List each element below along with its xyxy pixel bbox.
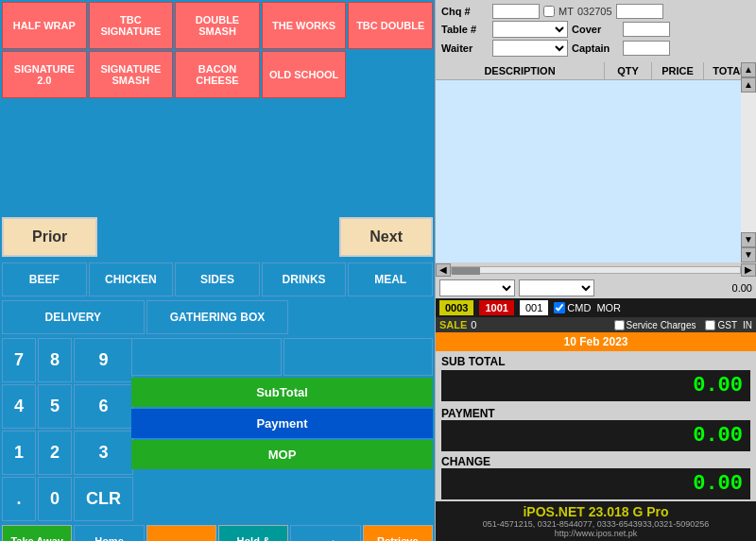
home-delivery-button[interactable]: Home Delivery	[74, 525, 144, 541]
subtotal-label: SUB TOTAL	[441, 355, 750, 368]
mop-button[interactable]: MOP	[131, 440, 433, 469]
num-2[interactable]: 2	[38, 431, 72, 475]
hscroll-left[interactable]: ◀	[436, 263, 451, 277]
num-8[interactable]: 8	[38, 338, 72, 382]
prior-button[interactable]: Prior	[2, 217, 97, 257]
num-1[interactable]: 1	[2, 431, 36, 475]
num-3[interactable]: 3	[74, 431, 133, 475]
footer: iPOS.NET 23.018 G Pro 051-4571215, 0321-…	[436, 501, 756, 541]
scroll-val: 0.00	[732, 282, 752, 294]
payment-button[interactable]: Payment	[131, 409, 433, 438]
order-table-header: DESCRIPTION QTY PRICE TOTAL	[436, 62, 756, 80]
mt-label: MT	[558, 6, 574, 17]
cat-sides[interactable]: SIDES	[175, 262, 260, 296]
service-checkbox[interactable]	[614, 320, 625, 330]
arrow-left-button[interactable]: ◀	[290, 525, 360, 541]
waiter-label: Waiter	[441, 42, 489, 54]
menu-btn-half-wrap[interactable]: HALF WRAP	[2, 2, 87, 49]
menu-btn-signature-smash[interactable]: SIGNATURE SMASH	[89, 51, 174, 98]
gst-label: GST	[717, 320, 737, 330]
date-display: 10 Feb 2023	[436, 332, 756, 351]
captain-label: Captain	[572, 42, 619, 54]
scroll-up[interactable]: ▲	[741, 62, 756, 77]
num-5[interactable]: 5	[38, 384, 72, 429]
mt-checkbox[interactable]	[543, 6, 555, 17]
col-qty: QTY	[605, 62, 652, 79]
scroll-down[interactable]: ▼	[741, 247, 756, 262]
mor-check: MOR	[596, 302, 621, 313]
payment-box: PAYMENT 0.00	[436, 405, 756, 453]
num-dot[interactable]: .	[2, 477, 36, 521]
menu-btn-double-smash[interactable]: DOUBLE SMASH	[175, 2, 260, 49]
code2: 1001	[479, 300, 513, 315]
menu-grid: HALF WRAP TBC SIGNATURE DOUBLE SMASH THE…	[0, 0, 435, 100]
col-desc: DESCRIPTION	[436, 62, 605, 79]
num-4[interactable]: 4	[2, 384, 36, 429]
cover-input[interactable]	[623, 22, 670, 37]
takeway-button[interactable]: Take Away (W)	[2, 525, 72, 541]
chq-input[interactable]	[492, 4, 540, 19]
cat-drinks[interactable]: DRINKS	[262, 262, 347, 296]
menu-btn-tbc-signature[interactable]: TBC SIGNATURE	[89, 2, 174, 49]
num-6[interactable]: 6	[74, 384, 133, 429]
extra-delivery[interactable]: DELIVERY	[2, 300, 145, 334]
nav-row: Prior Next	[0, 213, 435, 261]
captain-input[interactable]	[623, 41, 670, 56]
menu-btn-signature-2[interactable]: SIGNATURE 2.0	[2, 51, 87, 98]
sale-label: SALE	[439, 319, 467, 330]
next-button[interactable]: Next	[339, 217, 433, 257]
status-bar: 0003 1001 001 CMD MOR	[436, 298, 756, 317]
controls-row: 0.00	[436, 278, 756, 298]
num-clr[interactable]: CLR	[74, 477, 133, 521]
extra-input[interactable]	[616, 4, 663, 19]
col-price: PRICE	[652, 62, 704, 79]
menu-btn-tbc-double[interactable]: TBC DOUBLE	[348, 2, 433, 49]
retrieve-lost-bill-button[interactable]: Retrieve Lost Bill (L)	[363, 525, 433, 541]
extra-gathering[interactable]: GATHERING BOX	[146, 300, 289, 334]
waiter-select[interactable]	[492, 40, 568, 57]
extra-empty	[290, 300, 433, 334]
table-label: Table #	[441, 24, 489, 35]
sale-row: SALE 0 Service Charges GST IN	[436, 317, 756, 332]
change-value: 0.00	[441, 468, 750, 499]
menu-btn-bacon-cheese[interactable]: BACON CHEESE	[175, 51, 260, 98]
chq-num: 032705	[577, 6, 612, 17]
cat-beef[interactable]: BEEF	[2, 262, 87, 296]
num-0[interactable]: 0	[38, 477, 72, 521]
cat-meal[interactable]: MEAL	[348, 262, 433, 296]
num-9[interactable]: 9	[74, 338, 133, 382]
category-row: BEEF CHICKEN SIDES DRINKS MEAL	[0, 261, 435, 298]
hold-retrieve-button[interactable]: Hold & Retrieve (H)	[218, 525, 288, 541]
app-website: http://www.ipos.net.pk	[438, 529, 753, 538]
hscroll-right[interactable]: ▶	[741, 263, 756, 277]
form-area: Chq # MT 032705 Table # Cover Waiter Cap…	[436, 0, 756, 62]
payment-value: 0.00	[441, 420, 750, 451]
extra-row: DELIVERY GATHERING BOX	[0, 298, 435, 336]
cmd-label: CMD	[567, 302, 591, 313]
code1: 0003	[439, 300, 473, 315]
subtotal-box: SUB TOTAL 0.00	[436, 351, 756, 405]
service-label: Service Charges	[627, 320, 696, 330]
ctrl-select-1[interactable]	[439, 279, 515, 296]
dine-in-button[interactable]: Dine In (N)	[146, 525, 216, 541]
menu-btn-empty	[348, 51, 433, 98]
cover-label: Cover	[572, 24, 619, 35]
cat-chicken[interactable]: CHICKEN	[89, 262, 174, 296]
menu-btn-the-works[interactable]: THE WORKS	[262, 2, 347, 49]
table-select[interactable]	[492, 21, 568, 38]
gst-check: GST IN	[705, 320, 752, 330]
ctrl-select-2[interactable]	[519, 279, 594, 296]
scroll-up2[interactable]: ▲	[741, 77, 756, 93]
num-7[interactable]: 7	[2, 338, 36, 382]
change-box: CHANGE 0.00	[436, 453, 756, 501]
subtotal-button[interactable]: SubTotal	[131, 378, 433, 407]
service-check: Service Charges	[614, 320, 696, 330]
sale-val: 0	[471, 319, 476, 330]
gst-checkbox[interactable]	[705, 320, 715, 330]
payment-label: PAYMENT	[441, 407, 750, 420]
scroll-down2[interactable]: ▼	[741, 232, 756, 247]
vscrollbar[interactable]: ▲ ▲ ▼ ▼	[741, 62, 756, 262]
chq-label: Chq #	[441, 6, 489, 17]
cmd-checkbox[interactable]	[554, 302, 565, 313]
menu-btn-old-school[interactable]: OLD SCHOOL	[262, 51, 347, 98]
